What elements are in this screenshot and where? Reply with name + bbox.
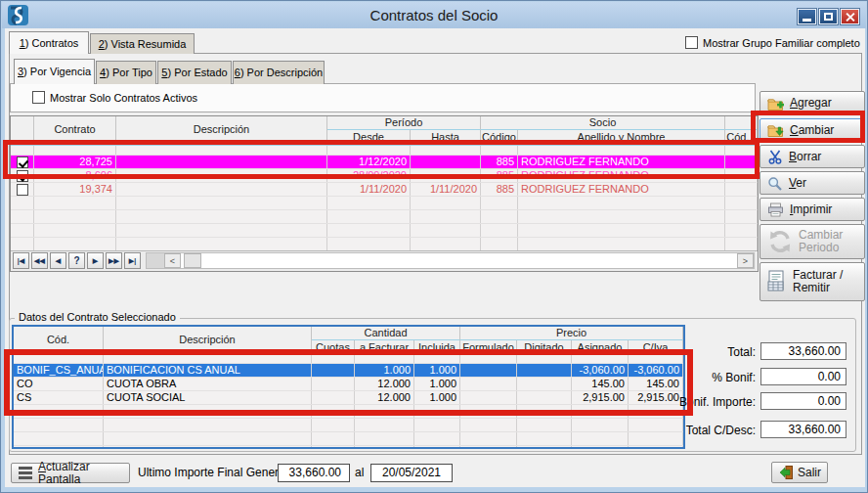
scroll-left-button[interactable]: < bbox=[164, 253, 181, 268]
minimize-button[interactable] bbox=[798, 9, 816, 24]
checkbox-grupo-familiar-label: Mostrar Grupo Familiar completo bbox=[703, 37, 860, 49]
empty-row bbox=[14, 432, 683, 446]
cambiar-periodo-label: Cambiar Periodo bbox=[799, 229, 843, 254]
close-button[interactable] bbox=[841, 9, 859, 24]
tab-por-vigencia[interactable]: 3) Por Vigencia bbox=[14, 59, 95, 84]
scrollbar-track-left bbox=[147, 253, 164, 268]
cell-cuotas bbox=[312, 391, 355, 404]
row-checkbox-cell bbox=[11, 183, 34, 196]
nav-next-button[interactable]: ▶ bbox=[87, 252, 104, 269]
total-field[interactable]: 33,660.00 bbox=[760, 342, 846, 360]
cell-descripcion: CUOTA OBRA bbox=[104, 378, 312, 390]
header-descripcion: Descripción bbox=[116, 116, 327, 145]
header-incluida: Incluida bbox=[414, 340, 460, 354]
header-cod: Cód. bbox=[14, 327, 104, 354]
cell-hasta bbox=[411, 169, 481, 182]
cell-descripcion: CUOTA SOCIAL bbox=[104, 391, 312, 404]
contracts-grid-header: Contrato Descripción Período Socio Desde… bbox=[11, 116, 758, 146]
actualizar-pantalla-button[interactable]: Actualizar Pantalla bbox=[11, 463, 130, 483]
tab-vista-resumida[interactable]: 2) Vista Resumida bbox=[90, 33, 195, 54]
borrar-button[interactable]: Borrar bbox=[760, 145, 865, 168]
pct-bonif-field[interactable]: 0.00 bbox=[760, 368, 846, 385]
row-checkbox-cell bbox=[11, 169, 34, 182]
header-group-periodo: Período bbox=[327, 116, 481, 130]
cell-apellido: RODRIGUEZ FERNANDO bbox=[518, 156, 725, 168]
bonif-importe-field[interactable]: 0.00 bbox=[760, 392, 846, 410]
detail-grid: Cód. Descripción Cantidad Precio Cuotas … bbox=[12, 325, 685, 449]
tab-por-descripcion[interactable]: 6) Por Descripción bbox=[233, 61, 325, 84]
cell-a-facturar: 12.000 bbox=[355, 378, 414, 390]
header-hasta: Hasta bbox=[411, 130, 481, 145]
cambiar-periodo-button-disabled[interactable]: Cambiar Periodo bbox=[760, 224, 865, 259]
cell-desde: 1/12/2020 bbox=[327, 156, 411, 168]
cell-desde: 1/11/2020 bbox=[327, 183, 411, 196]
nav-prior-page-button[interactable]: ◀◀ bbox=[31, 252, 48, 269]
window-controls bbox=[798, 9, 859, 24]
cell-asignado: -3,060.00 bbox=[572, 364, 629, 377]
cell-cod: CO bbox=[14, 378, 104, 390]
cell-hasta bbox=[411, 156, 481, 168]
scrollbar-thumb[interactable] bbox=[184, 253, 201, 268]
datos-contrato-title: Datos del Contrato Seleccionado bbox=[15, 311, 180, 323]
horizontal-scrollbar[interactable]: < > bbox=[146, 252, 755, 269]
cell-asignado: 2,915.00 bbox=[572, 391, 629, 404]
cell-a-facturar: 12.000 bbox=[355, 391, 414, 404]
header-desde: Desde bbox=[327, 130, 411, 145]
magnifier-icon bbox=[767, 176, 783, 191]
agregar-label: Agregar bbox=[790, 97, 832, 110]
cell-descripcion bbox=[116, 156, 327, 168]
cell-hasta: 1/11/2020 bbox=[411, 183, 481, 196]
checkbox-checked-icon[interactable] bbox=[17, 170, 28, 182]
checkbox-icon[interactable] bbox=[685, 36, 698, 49]
tab-por-estado[interactable]: 5) Por Estado bbox=[157, 61, 232, 84]
imprimir-button[interactable]: Imprimir bbox=[760, 198, 865, 221]
imprimir-label: Imprimir bbox=[790, 203, 832, 216]
salir-label: Salir bbox=[798, 467, 821, 479]
checkbox-unchecked-icon[interactable] bbox=[17, 184, 28, 196]
tab-por-tipo[interactable]: 4) Por Tipo bbox=[96, 61, 156, 84]
cell-apellido: RODRIGUEZ FERNANDO bbox=[518, 183, 725, 196]
tab-contratos[interactable]: 1) Contratos bbox=[9, 31, 89, 54]
facturar-remitir-button[interactable]: Facturar / Remitir bbox=[760, 262, 865, 301]
ver-label: Ver bbox=[789, 177, 806, 190]
salir-button[interactable]: Salir bbox=[771, 462, 828, 483]
total-cdesc-field[interactable]: 33,660.00 bbox=[760, 421, 846, 438]
header-descripcion: Descripción bbox=[104, 327, 312, 354]
ver-button[interactable]: Ver bbox=[760, 171, 865, 195]
cell-contrato: 8,606 bbox=[34, 169, 116, 182]
contract-row-selected[interactable]: 28,725 1/12/2020 885 RODRIGUEZ FERNANDO bbox=[11, 156, 758, 169]
ultimo-importe-field[interactable]: 33,660.00 bbox=[278, 464, 350, 482]
checkbox-solo-activos[interactable]: Mostrar Solo Contratos Activos bbox=[32, 91, 197, 104]
header-contrato: Contrato bbox=[34, 116, 116, 145]
folder-arrow-icon bbox=[767, 123, 784, 137]
titlebar[interactable]: Contratos del Socio bbox=[2, 2, 866, 28]
fecha-field[interactable]: 20/05/2021 bbox=[370, 464, 453, 482]
refresh-arrows-icon bbox=[767, 229, 793, 254]
nav-first-button[interactable]: |◀ bbox=[13, 252, 29, 269]
contract-row[interactable]: 8,606 28/09/2020 885 RODRIGUEZ FERNANDO bbox=[11, 169, 758, 183]
agregar-button[interactable]: Agregar bbox=[760, 91, 865, 115]
nav-next-page-button[interactable]: ▶▶ bbox=[106, 252, 122, 269]
maximize-button[interactable] bbox=[819, 9, 838, 24]
nav-prior-button[interactable]: ◀ bbox=[50, 252, 66, 269]
header-formulado: Formulado bbox=[460, 340, 517, 354]
checkbox-icon[interactable] bbox=[32, 91, 45, 104]
cell-digitado bbox=[517, 364, 572, 377]
checkbox-grupo-familiar[interactable]: Mostrar Grupo Familiar completo bbox=[685, 36, 860, 49]
borrar-label: Borrar bbox=[789, 151, 821, 163]
empty-row bbox=[11, 197, 758, 210]
cell-cuotas bbox=[312, 364, 355, 377]
nav-last-button[interactable]: ▶| bbox=[124, 252, 141, 269]
detail-row-selected[interactable]: BONIF_CS_ANUA BONIFICACION CS ANUAL 1.00… bbox=[14, 364, 683, 378]
grid-navigator: |◀ ◀◀ ◀ ? ▶ ▶▶ ▶| < > bbox=[11, 250, 758, 271]
contract-row[interactable]: 19,374 1/11/2020 1/11/2020 885 RODRIGUEZ… bbox=[11, 183, 758, 197]
checkbox-checked-icon[interactable] bbox=[17, 157, 28, 168]
empty-row bbox=[11, 238, 758, 251]
cambiar-button[interactable]: Cambiar bbox=[760, 118, 865, 142]
cell-a-facturar: 1.000 bbox=[355, 364, 414, 377]
detail-row[interactable]: CO CUOTA OBRA 12.000 1.000 145.00 145.00 bbox=[14, 378, 683, 391]
cell-desde: 28/09/2020 bbox=[327, 169, 411, 182]
nav-help-button[interactable]: ? bbox=[68, 252, 85, 269]
detail-row[interactable]: CS CUOTA SOCIAL 12.000 1.000 2,915.00 2,… bbox=[14, 391, 683, 405]
scroll-right-button[interactable]: > bbox=[737, 253, 754, 268]
